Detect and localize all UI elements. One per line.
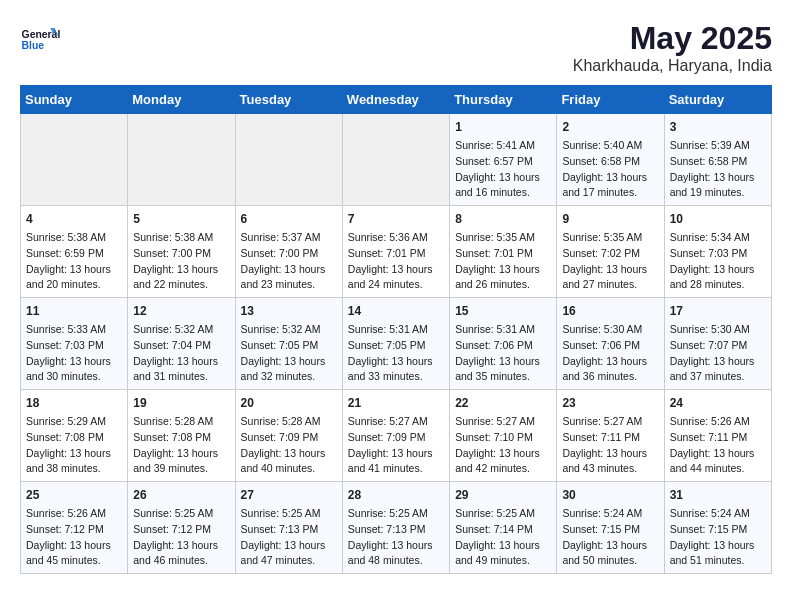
- location: Kharkhauda, Haryana, India: [573, 57, 772, 75]
- day-cell-14: 14Sunrise: 5:31 AM Sunset: 7:05 PM Dayli…: [342, 298, 449, 390]
- day-number: 30: [562, 486, 658, 504]
- day-cell-3: 3Sunrise: 5:39 AM Sunset: 6:58 PM Daylig…: [664, 114, 771, 206]
- day-info: Sunrise: 5:33 AM Sunset: 7:03 PM Dayligh…: [26, 322, 122, 385]
- day-info: Sunrise: 5:30 AM Sunset: 7:06 PM Dayligh…: [562, 322, 658, 385]
- week-row-1: 1Sunrise: 5:41 AM Sunset: 6:57 PM Daylig…: [21, 114, 772, 206]
- day-cell-4: 4Sunrise: 5:38 AM Sunset: 6:59 PM Daylig…: [21, 206, 128, 298]
- day-cell-6: 6Sunrise: 5:37 AM Sunset: 7:00 PM Daylig…: [235, 206, 342, 298]
- day-number: 26: [133, 486, 229, 504]
- logo: General Blue: [20, 20, 64, 60]
- day-info: Sunrise: 5:25 AM Sunset: 7:13 PM Dayligh…: [241, 506, 337, 569]
- day-cell-19: 19Sunrise: 5:28 AM Sunset: 7:08 PM Dayli…: [128, 390, 235, 482]
- day-info: Sunrise: 5:39 AM Sunset: 6:58 PM Dayligh…: [670, 138, 766, 201]
- day-cell-20: 20Sunrise: 5:28 AM Sunset: 7:09 PM Dayli…: [235, 390, 342, 482]
- day-number: 20: [241, 394, 337, 412]
- day-cell-1: 1Sunrise: 5:41 AM Sunset: 6:57 PM Daylig…: [450, 114, 557, 206]
- week-row-4: 18Sunrise: 5:29 AM Sunset: 7:08 PM Dayli…: [21, 390, 772, 482]
- day-cell-10: 10Sunrise: 5:34 AM Sunset: 7:03 PM Dayli…: [664, 206, 771, 298]
- day-number: 3: [670, 118, 766, 136]
- day-number: 28: [348, 486, 444, 504]
- day-number: 7: [348, 210, 444, 228]
- day-number: 25: [26, 486, 122, 504]
- empty-cell: [21, 114, 128, 206]
- day-info: Sunrise: 5:36 AM Sunset: 7:01 PM Dayligh…: [348, 230, 444, 293]
- day-header-sunday: Sunday: [21, 86, 128, 114]
- day-header-wednesday: Wednesday: [342, 86, 449, 114]
- day-cell-28: 28Sunrise: 5:25 AM Sunset: 7:13 PM Dayli…: [342, 482, 449, 574]
- day-info: Sunrise: 5:38 AM Sunset: 6:59 PM Dayligh…: [26, 230, 122, 293]
- day-header-thursday: Thursday: [450, 86, 557, 114]
- day-info: Sunrise: 5:25 AM Sunset: 7:12 PM Dayligh…: [133, 506, 229, 569]
- day-cell-9: 9Sunrise: 5:35 AM Sunset: 7:02 PM Daylig…: [557, 206, 664, 298]
- day-info: Sunrise: 5:35 AM Sunset: 7:02 PM Dayligh…: [562, 230, 658, 293]
- day-cell-29: 29Sunrise: 5:25 AM Sunset: 7:14 PM Dayli…: [450, 482, 557, 574]
- day-number: 8: [455, 210, 551, 228]
- day-info: Sunrise: 5:24 AM Sunset: 7:15 PM Dayligh…: [670, 506, 766, 569]
- day-info: Sunrise: 5:40 AM Sunset: 6:58 PM Dayligh…: [562, 138, 658, 201]
- week-row-5: 25Sunrise: 5:26 AM Sunset: 7:12 PM Dayli…: [21, 482, 772, 574]
- day-info: Sunrise: 5:27 AM Sunset: 7:09 PM Dayligh…: [348, 414, 444, 477]
- day-cell-23: 23Sunrise: 5:27 AM Sunset: 7:11 PM Dayli…: [557, 390, 664, 482]
- week-row-3: 11Sunrise: 5:33 AM Sunset: 7:03 PM Dayli…: [21, 298, 772, 390]
- day-cell-17: 17Sunrise: 5:30 AM Sunset: 7:07 PM Dayli…: [664, 298, 771, 390]
- day-cell-26: 26Sunrise: 5:25 AM Sunset: 7:12 PM Dayli…: [128, 482, 235, 574]
- day-info: Sunrise: 5:27 AM Sunset: 7:11 PM Dayligh…: [562, 414, 658, 477]
- day-number: 2: [562, 118, 658, 136]
- day-cell-30: 30Sunrise: 5:24 AM Sunset: 7:15 PM Dayli…: [557, 482, 664, 574]
- day-number: 12: [133, 302, 229, 320]
- week-row-2: 4Sunrise: 5:38 AM Sunset: 6:59 PM Daylig…: [21, 206, 772, 298]
- day-info: Sunrise: 5:25 AM Sunset: 7:14 PM Dayligh…: [455, 506, 551, 569]
- day-number: 18: [26, 394, 122, 412]
- day-header-friday: Friday: [557, 86, 664, 114]
- day-number: 13: [241, 302, 337, 320]
- day-info: Sunrise: 5:32 AM Sunset: 7:04 PM Dayligh…: [133, 322, 229, 385]
- day-number: 15: [455, 302, 551, 320]
- day-info: Sunrise: 5:28 AM Sunset: 7:09 PM Dayligh…: [241, 414, 337, 477]
- calendar-table: SundayMondayTuesdayWednesdayThursdayFrid…: [20, 85, 772, 574]
- day-info: Sunrise: 5:26 AM Sunset: 7:11 PM Dayligh…: [670, 414, 766, 477]
- day-number: 23: [562, 394, 658, 412]
- empty-cell: [128, 114, 235, 206]
- day-header-monday: Monday: [128, 86, 235, 114]
- day-number: 17: [670, 302, 766, 320]
- day-number: 6: [241, 210, 337, 228]
- day-cell-16: 16Sunrise: 5:30 AM Sunset: 7:06 PM Dayli…: [557, 298, 664, 390]
- day-cell-18: 18Sunrise: 5:29 AM Sunset: 7:08 PM Dayli…: [21, 390, 128, 482]
- day-number: 9: [562, 210, 658, 228]
- day-cell-31: 31Sunrise: 5:24 AM Sunset: 7:15 PM Dayli…: [664, 482, 771, 574]
- day-number: 5: [133, 210, 229, 228]
- month-title: May 2025: [573, 20, 772, 57]
- day-number: 4: [26, 210, 122, 228]
- day-info: Sunrise: 5:29 AM Sunset: 7:08 PM Dayligh…: [26, 414, 122, 477]
- day-cell-12: 12Sunrise: 5:32 AM Sunset: 7:04 PM Dayli…: [128, 298, 235, 390]
- day-number: 21: [348, 394, 444, 412]
- day-info: Sunrise: 5:30 AM Sunset: 7:07 PM Dayligh…: [670, 322, 766, 385]
- day-number: 27: [241, 486, 337, 504]
- title-block: May 2025 Kharkhauda, Haryana, India: [573, 20, 772, 75]
- empty-cell: [342, 114, 449, 206]
- day-info: Sunrise: 5:27 AM Sunset: 7:10 PM Dayligh…: [455, 414, 551, 477]
- day-cell-22: 22Sunrise: 5:27 AM Sunset: 7:10 PM Dayli…: [450, 390, 557, 482]
- day-info: Sunrise: 5:26 AM Sunset: 7:12 PM Dayligh…: [26, 506, 122, 569]
- day-number: 29: [455, 486, 551, 504]
- header-row: SundayMondayTuesdayWednesdayThursdayFrid…: [21, 86, 772, 114]
- logo-icon: General Blue: [20, 20, 60, 60]
- day-header-tuesday: Tuesday: [235, 86, 342, 114]
- day-cell-24: 24Sunrise: 5:26 AM Sunset: 7:11 PM Dayli…: [664, 390, 771, 482]
- day-info: Sunrise: 5:31 AM Sunset: 7:05 PM Dayligh…: [348, 322, 444, 385]
- day-cell-8: 8Sunrise: 5:35 AM Sunset: 7:01 PM Daylig…: [450, 206, 557, 298]
- day-cell-21: 21Sunrise: 5:27 AM Sunset: 7:09 PM Dayli…: [342, 390, 449, 482]
- day-info: Sunrise: 5:31 AM Sunset: 7:06 PM Dayligh…: [455, 322, 551, 385]
- svg-text:Blue: Blue: [22, 40, 45, 51]
- day-info: Sunrise: 5:25 AM Sunset: 7:13 PM Dayligh…: [348, 506, 444, 569]
- day-number: 1: [455, 118, 551, 136]
- day-cell-2: 2Sunrise: 5:40 AM Sunset: 6:58 PM Daylig…: [557, 114, 664, 206]
- day-cell-15: 15Sunrise: 5:31 AM Sunset: 7:06 PM Dayli…: [450, 298, 557, 390]
- day-number: 14: [348, 302, 444, 320]
- day-number: 11: [26, 302, 122, 320]
- day-cell-5: 5Sunrise: 5:38 AM Sunset: 7:00 PM Daylig…: [128, 206, 235, 298]
- day-cell-11: 11Sunrise: 5:33 AM Sunset: 7:03 PM Dayli…: [21, 298, 128, 390]
- day-number: 16: [562, 302, 658, 320]
- day-cell-13: 13Sunrise: 5:32 AM Sunset: 7:05 PM Dayli…: [235, 298, 342, 390]
- day-info: Sunrise: 5:35 AM Sunset: 7:01 PM Dayligh…: [455, 230, 551, 293]
